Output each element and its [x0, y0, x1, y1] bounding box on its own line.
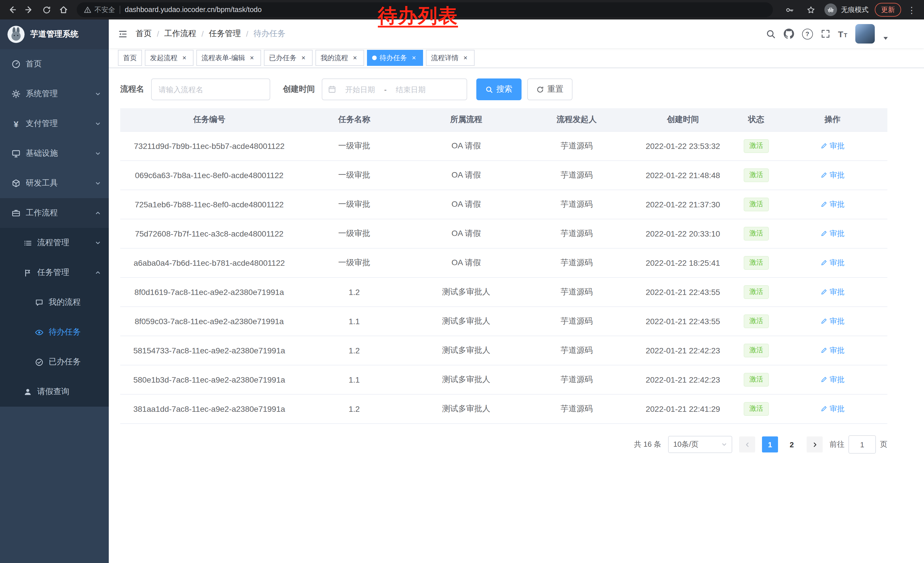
menu-label: 基础设施 — [26, 148, 58, 159]
breadcrumb-item[interactable]: 任务管理 / — [209, 29, 249, 39]
sidebar-item-my-process[interactable]: 我的流程 — [0, 288, 109, 317]
approve-link[interactable]: 审批 — [820, 375, 844, 385]
cell-process: OA 请假 — [410, 219, 522, 248]
tab-close-icon[interactable]: × — [180, 54, 188, 62]
sidebar-item-infra[interactable]: 基础设施 — [0, 139, 109, 168]
fullscreen-icon[interactable] — [820, 29, 830, 38]
cell-created: 2022-01-21 22:43:55 — [631, 278, 735, 307]
cell-task-id: 069c6a63-7b8a-11ec-8ef0-acde48001122 — [120, 161, 298, 190]
cell-status: 激活 — [735, 278, 778, 307]
sidebar-item-process-mgmt[interactable]: 流程管理 — [0, 228, 109, 258]
github-icon[interactable] — [783, 29, 794, 39]
cell-created: 2022-01-22 23:53:32 — [631, 131, 735, 161]
help-icon[interactable]: ? — [802, 29, 813, 39]
sidebar-item-todo-tasks[interactable]: 待办任务 — [0, 317, 109, 347]
tab[interactable]: 我的流程 × — [315, 50, 364, 66]
tab[interactable]: 已办任务 × — [264, 50, 313, 66]
sidebar-collapse-icon[interactable] — [118, 29, 128, 39]
tab[interactable]: 流程表单-编辑 × — [196, 50, 261, 66]
reload-icon[interactable] — [39, 2, 54, 17]
sidebar-item-leave-query[interactable]: 请假查询 — [0, 377, 109, 407]
tab[interactable]: 待办任务 × — [367, 50, 423, 66]
breadcrumb-item[interactable]: 待办任务 / — [254, 29, 285, 39]
tab-close-icon[interactable]: × — [299, 54, 308, 62]
end-date-input[interactable] — [389, 84, 432, 94]
page-content: 流程名 创建时间 - 搜索 — [109, 68, 924, 563]
briefcase-icon — [12, 209, 21, 218]
sidebar-item-workflow[interactable]: 工作流程 — [0, 198, 109, 228]
start-date-input[interactable] — [338, 84, 382, 94]
edit-pencil-icon — [820, 376, 827, 383]
menu-label: 支付管理 — [26, 119, 58, 129]
sidebar-item-home[interactable]: 首页 — [0, 49, 109, 79]
security-indicator[interactable]: 不安全 — [84, 5, 115, 15]
update-button[interactable]: 更新 — [875, 3, 901, 17]
tab[interactable]: 流程详情 × — [426, 50, 475, 66]
approve-link[interactable]: 审批 — [820, 316, 844, 326]
sidebar-item-payment[interactable]: ¥ 支付管理 — [0, 109, 109, 139]
table-row: 725a1eb6-7b88-11ec-8ef0-acde48001122 一级审… — [120, 190, 887, 219]
process-name-input[interactable] — [151, 78, 270, 100]
next-page-button[interactable] — [807, 437, 823, 452]
browser-menu-icon[interactable]: ⋮ — [908, 6, 916, 14]
approve-link[interactable]: 审批 — [820, 287, 844, 297]
page-number[interactable]: 1 — [762, 437, 778, 452]
search-button[interactable]: 搜索 — [476, 78, 522, 100]
goto-page-input[interactable] — [848, 435, 876, 453]
approve-link[interactable]: 审批 — [820, 170, 844, 180]
sidebar-item-system[interactable]: 系统管理 — [0, 79, 109, 109]
sidebar-item-task-mgmt[interactable]: 任务管理 — [0, 258, 109, 288]
cell-starter: 芋道源码 — [522, 336, 631, 365]
approve-link[interactable]: 审批 — [820, 228, 844, 239]
table-header: 任务编号 任务名称 所属流程 流程发起人 创建时间 状态 — [120, 108, 887, 131]
avatar-caret-icon[interactable] — [883, 36, 888, 41]
page-number[interactable]: 2 — [784, 437, 800, 452]
table-row: 8f059c03-7ac8-11ec-a9e2-a2380e71991a 1.1… — [120, 307, 887, 336]
breadcrumb-label: 任务管理 — [209, 29, 241, 39]
breadcrumb-separator: / — [201, 29, 204, 38]
cell-action: 审批 — [778, 219, 887, 248]
breadcrumb-item[interactable]: 工作流程 / — [164, 29, 204, 39]
page-size-select[interactable]: 10条/页 — [668, 436, 732, 453]
font-size-icon[interactable]: T T — [838, 30, 847, 38]
approve-link[interactable]: 审批 — [820, 199, 844, 210]
tab-close-icon[interactable]: × — [248, 54, 256, 62]
total-count: 共 16 条 — [634, 439, 661, 450]
tab-label: 已办任务 — [269, 53, 297, 63]
cell-created: 2022-01-22 20:33:10 — [631, 219, 735, 248]
incognito-profile-button[interactable]: 无痕模式 — [824, 3, 868, 16]
tab[interactable]: 首页 × — [118, 50, 142, 66]
date-range-picker[interactable]: - — [322, 78, 467, 100]
sidebar-item-devtools[interactable]: 研发工具 — [0, 168, 109, 198]
chevron-down-icon — [95, 240, 101, 246]
refresh-icon — [536, 86, 544, 93]
bookmark-star-icon[interactable] — [803, 2, 818, 17]
tab[interactable]: 发起流程 × — [145, 50, 194, 66]
menu-label: 请假查询 — [37, 387, 69, 397]
breadcrumb-item[interactable]: 首页 / — [136, 29, 159, 39]
tab-close-icon[interactable]: × — [351, 54, 359, 62]
tab-close-icon[interactable]: × — [410, 54, 418, 62]
page-unit-label: 页 — [880, 439, 887, 450]
approve-link[interactable]: 审批 — [820, 404, 844, 414]
tab-close-icon[interactable]: × — [461, 54, 470, 62]
status-badge: 激活 — [744, 344, 769, 357]
url-text: dashboard.yudao.iocoder.cn/bpm/task/todo — [125, 6, 262, 14]
breadcrumb-label: 首页 — [136, 29, 152, 39]
cell-process: 测试多审批人 — [410, 336, 522, 365]
approve-link[interactable]: 审批 — [820, 258, 844, 268]
reset-button[interactable]: 重置 — [527, 78, 573, 100]
sidebar-item-done-tasks[interactable]: 已办任务 — [0, 347, 109, 377]
back-icon[interactable] — [4, 2, 20, 17]
menu-label: 任务管理 — [37, 267, 69, 278]
home-icon[interactable] — [56, 2, 71, 17]
user-avatar[interactable] — [855, 24, 875, 44]
divider — [120, 6, 120, 14]
approve-link[interactable]: 审批 — [820, 141, 844, 151]
app-logo[interactable]: 芋道管理系统 — [0, 20, 109, 49]
prev-page-button[interactable] — [739, 437, 755, 452]
password-key-icon[interactable] — [782, 2, 797, 17]
search-icon[interactable] — [766, 29, 776, 39]
approve-link[interactable]: 审批 — [820, 345, 844, 356]
forward-icon[interactable] — [22, 2, 37, 17]
